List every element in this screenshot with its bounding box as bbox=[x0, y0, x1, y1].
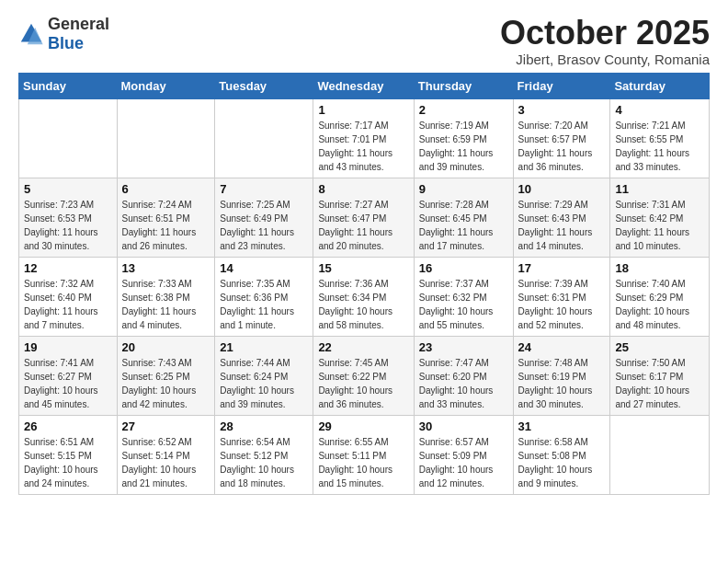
day-number: 27 bbox=[122, 419, 210, 433]
day-info: Sunrise: 7:44 AM Sunset: 6:24 PM Dayligh… bbox=[220, 356, 308, 411]
logo-icon bbox=[18, 21, 44, 47]
calendar-cell: 20Sunrise: 7:43 AM Sunset: 6:25 PM Dayli… bbox=[117, 336, 215, 415]
day-number: 26 bbox=[24, 419, 112, 433]
calendar-cell: 29Sunrise: 6:55 AM Sunset: 5:11 PM Dayli… bbox=[313, 415, 414, 494]
calendar-cell: 2Sunrise: 7:19 AM Sunset: 6:59 PM Daylig… bbox=[414, 98, 513, 178]
calendar-cell: 15Sunrise: 7:36 AM Sunset: 6:34 PM Dayli… bbox=[313, 257, 414, 336]
calendar-cell: 12Sunrise: 7:32 AM Sunset: 6:40 PM Dayli… bbox=[19, 257, 118, 336]
calendar-cell: 17Sunrise: 7:39 AM Sunset: 6:31 PM Dayli… bbox=[513, 257, 610, 336]
calendar-cell: 1Sunrise: 7:17 AM Sunset: 7:01 PM Daylig… bbox=[313, 98, 414, 178]
day-info: Sunrise: 7:40 AM Sunset: 6:29 PM Dayligh… bbox=[615, 277, 704, 332]
day-info: Sunrise: 6:58 AM Sunset: 5:08 PM Dayligh… bbox=[518, 435, 606, 490]
col-monday: Monday bbox=[117, 73, 215, 98]
calendar-header-row: Sunday Monday Tuesday Wednesday Thursday… bbox=[19, 73, 710, 98]
logo-general: General bbox=[48, 15, 109, 33]
day-number: 16 bbox=[419, 261, 508, 275]
calendar-week-4: 19Sunrise: 7:41 AM Sunset: 6:27 PM Dayli… bbox=[19, 336, 710, 415]
calendar-cell: 25Sunrise: 7:50 AM Sunset: 6:17 PM Dayli… bbox=[610, 336, 710, 415]
day-info: Sunrise: 7:17 AM Sunset: 7:01 PM Dayligh… bbox=[318, 119, 408, 174]
day-number: 28 bbox=[220, 419, 308, 433]
calendar-cell: 27Sunrise: 6:52 AM Sunset: 5:14 PM Dayli… bbox=[117, 415, 215, 494]
calendar-table: Sunday Monday Tuesday Wednesday Thursday… bbox=[18, 73, 710, 495]
page: General Blue October 2025 Jibert, Brasov… bbox=[0, 0, 728, 513]
calendar-cell: 6Sunrise: 7:24 AM Sunset: 6:51 PM Daylig… bbox=[117, 178, 215, 257]
day-number: 10 bbox=[518, 182, 606, 196]
day-number: 17 bbox=[518, 261, 606, 275]
day-info: Sunrise: 7:36 AM Sunset: 6:34 PM Dayligh… bbox=[318, 277, 408, 332]
day-number: 15 bbox=[318, 261, 408, 275]
calendar-cell: 14Sunrise: 7:35 AM Sunset: 6:36 PM Dayli… bbox=[215, 257, 313, 336]
day-info: Sunrise: 7:43 AM Sunset: 6:25 PM Dayligh… bbox=[122, 356, 210, 411]
calendar-cell: 24Sunrise: 7:48 AM Sunset: 6:19 PM Dayli… bbox=[513, 336, 610, 415]
calendar-cell: 11Sunrise: 7:31 AM Sunset: 6:42 PM Dayli… bbox=[610, 178, 710, 257]
col-saturday: Saturday bbox=[610, 73, 710, 98]
day-info: Sunrise: 7:35 AM Sunset: 6:36 PM Dayligh… bbox=[220, 277, 308, 332]
subtitle: Jibert, Brasov County, Romania bbox=[500, 52, 710, 67]
calendar-cell: 16Sunrise: 7:37 AM Sunset: 6:32 PM Dayli… bbox=[414, 257, 513, 336]
day-number: 3 bbox=[518, 103, 606, 117]
logo-text: General Blue bbox=[48, 15, 109, 53]
day-info: Sunrise: 6:52 AM Sunset: 5:14 PM Dayligh… bbox=[122, 435, 210, 490]
day-info: Sunrise: 7:25 AM Sunset: 6:49 PM Dayligh… bbox=[220, 198, 308, 253]
day-info: Sunrise: 7:29 AM Sunset: 6:43 PM Dayligh… bbox=[518, 198, 606, 253]
calendar-week-2: 5Sunrise: 7:23 AM Sunset: 6:53 PM Daylig… bbox=[19, 178, 710, 257]
col-tuesday: Tuesday bbox=[215, 73, 313, 98]
calendar-cell bbox=[215, 98, 313, 178]
calendar-cell: 23Sunrise: 7:47 AM Sunset: 6:20 PM Dayli… bbox=[414, 336, 513, 415]
calendar-cell: 31Sunrise: 6:58 AM Sunset: 5:08 PM Dayli… bbox=[513, 415, 610, 494]
day-number: 20 bbox=[122, 340, 210, 354]
calendar-cell: 30Sunrise: 6:57 AM Sunset: 5:09 PM Dayli… bbox=[414, 415, 513, 494]
logo: General Blue bbox=[18, 15, 109, 53]
col-thursday: Thursday bbox=[414, 73, 513, 98]
calendar-cell bbox=[610, 415, 710, 494]
day-number: 14 bbox=[220, 261, 308, 275]
day-info: Sunrise: 7:21 AM Sunset: 6:55 PM Dayligh… bbox=[615, 119, 704, 174]
day-number: 2 bbox=[419, 103, 508, 117]
day-info: Sunrise: 7:20 AM Sunset: 6:57 PM Dayligh… bbox=[518, 119, 606, 174]
day-number: 11 bbox=[615, 182, 704, 196]
day-info: Sunrise: 7:47 AM Sunset: 6:20 PM Dayligh… bbox=[419, 356, 508, 411]
day-number: 23 bbox=[419, 340, 508, 354]
day-info: Sunrise: 7:48 AM Sunset: 6:19 PM Dayligh… bbox=[518, 356, 606, 411]
calendar-cell: 9Sunrise: 7:28 AM Sunset: 6:45 PM Daylig… bbox=[414, 178, 513, 257]
calendar-cell: 26Sunrise: 6:51 AM Sunset: 5:15 PM Dayli… bbox=[19, 415, 118, 494]
calendar-week-3: 12Sunrise: 7:32 AM Sunset: 6:40 PM Dayli… bbox=[19, 257, 710, 336]
day-info: Sunrise: 6:57 AM Sunset: 5:09 PM Dayligh… bbox=[419, 435, 508, 490]
day-info: Sunrise: 7:24 AM Sunset: 6:51 PM Dayligh… bbox=[122, 198, 210, 253]
day-number: 6 bbox=[122, 182, 210, 196]
day-number: 25 bbox=[615, 340, 704, 354]
day-info: Sunrise: 7:33 AM Sunset: 6:38 PM Dayligh… bbox=[122, 277, 210, 332]
day-number: 22 bbox=[318, 340, 408, 354]
day-info: Sunrise: 7:39 AM Sunset: 6:31 PM Dayligh… bbox=[518, 277, 606, 332]
day-number: 7 bbox=[220, 182, 308, 196]
day-number: 13 bbox=[122, 261, 210, 275]
calendar-cell: 3Sunrise: 7:20 AM Sunset: 6:57 PM Daylig… bbox=[513, 98, 610, 178]
day-number: 5 bbox=[24, 182, 112, 196]
calendar-cell: 22Sunrise: 7:45 AM Sunset: 6:22 PM Dayli… bbox=[313, 336, 414, 415]
col-sunday: Sunday bbox=[19, 73, 118, 98]
calendar-cell: 8Sunrise: 7:27 AM Sunset: 6:47 PM Daylig… bbox=[313, 178, 414, 257]
day-info: Sunrise: 7:45 AM Sunset: 6:22 PM Dayligh… bbox=[318, 356, 408, 411]
day-info: Sunrise: 7:31 AM Sunset: 6:42 PM Dayligh… bbox=[615, 198, 704, 253]
title-block: October 2025 Jibert, Brasov County, Roma… bbox=[500, 15, 710, 67]
calendar-cell: 28Sunrise: 6:54 AM Sunset: 5:12 PM Dayli… bbox=[215, 415, 313, 494]
month-title: October 2025 bbox=[500, 15, 710, 52]
day-info: Sunrise: 7:37 AM Sunset: 6:32 PM Dayligh… bbox=[419, 277, 508, 332]
calendar-week-1: 1Sunrise: 7:17 AM Sunset: 7:01 PM Daylig… bbox=[19, 98, 710, 178]
day-info: Sunrise: 7:41 AM Sunset: 6:27 PM Dayligh… bbox=[24, 356, 112, 411]
day-number: 1 bbox=[318, 103, 408, 117]
day-number: 18 bbox=[615, 261, 704, 275]
calendar-cell: 5Sunrise: 7:23 AM Sunset: 6:53 PM Daylig… bbox=[19, 178, 118, 257]
day-info: Sunrise: 7:50 AM Sunset: 6:17 PM Dayligh… bbox=[615, 356, 704, 411]
calendar-cell bbox=[117, 98, 215, 178]
day-info: Sunrise: 7:27 AM Sunset: 6:47 PM Dayligh… bbox=[318, 198, 408, 253]
day-number: 21 bbox=[220, 340, 308, 354]
day-number: 12 bbox=[24, 261, 112, 275]
calendar-cell: 18Sunrise: 7:40 AM Sunset: 6:29 PM Dayli… bbox=[610, 257, 710, 336]
calendar-cell bbox=[19, 98, 118, 178]
day-info: Sunrise: 6:51 AM Sunset: 5:15 PM Dayligh… bbox=[24, 435, 112, 490]
calendar-cell: 10Sunrise: 7:29 AM Sunset: 6:43 PM Dayli… bbox=[513, 178, 610, 257]
day-info: Sunrise: 7:32 AM Sunset: 6:40 PM Dayligh… bbox=[24, 277, 112, 332]
day-number: 4 bbox=[615, 103, 704, 117]
day-info: Sunrise: 7:28 AM Sunset: 6:45 PM Dayligh… bbox=[419, 198, 508, 253]
